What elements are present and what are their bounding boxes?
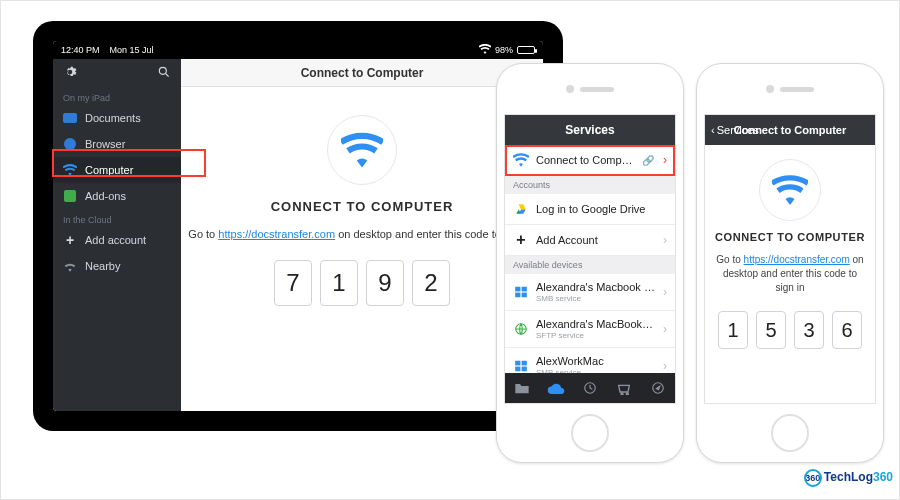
row-label: Alexandra's MacBook Pro ® SFTP service xyxy=(536,318,656,340)
phone-screen: ‹ Services Connect to Computer CONNECT T… xyxy=(704,114,876,404)
svg-rect-8 xyxy=(522,293,527,298)
home-button[interactable] xyxy=(771,414,809,452)
ipad-page-title: Connect to Computer xyxy=(181,59,543,87)
windows-icon xyxy=(513,284,529,300)
instr-prefix: Go to xyxy=(188,228,218,240)
sidebar-item-addons[interactable]: Add-ons xyxy=(53,183,181,209)
status-battery-pct: 98% xyxy=(495,45,513,55)
wifi-hero-icon xyxy=(327,115,397,185)
status-date: Mon 15 Jul xyxy=(110,45,154,55)
nav-bar: Services xyxy=(505,115,675,145)
phone-bezel xyxy=(497,64,683,114)
svg-rect-7 xyxy=(515,293,520,298)
code-digit: 1 xyxy=(320,260,358,306)
svg-point-0 xyxy=(159,67,166,74)
gear-icon[interactable] xyxy=(63,65,77,81)
nav-title: Services xyxy=(565,123,614,137)
wifi-hero-icon xyxy=(759,159,821,221)
sidebar-section-label: On my iPad xyxy=(53,87,181,105)
connect-heading: CONNECT TO COMPUTER xyxy=(271,199,454,214)
row-connect-to-computer[interactable]: Connect to Computer 🔗 › xyxy=(505,145,675,176)
home-button[interactable] xyxy=(571,414,609,452)
row-label: AlexWorkMac SMB service xyxy=(536,355,656,373)
svg-rect-13 xyxy=(522,367,527,372)
front-camera-icon xyxy=(566,85,574,93)
logo-text: 360 xyxy=(873,470,893,484)
back-button[interactable]: ‹ Services xyxy=(711,124,759,136)
wifi-icon xyxy=(63,163,77,177)
sidebar-item-label: Add account xyxy=(85,234,146,246)
link-icon: 🔗 xyxy=(642,155,654,166)
logo-text: TechLog xyxy=(824,470,873,484)
ipad-device: 12:40 PM Mon 15 Jul 98% xyxy=(33,21,563,431)
svg-point-16 xyxy=(626,393,628,395)
code-digit: 5 xyxy=(756,311,786,349)
status-time: 12:40 PM xyxy=(61,45,100,55)
row-device[interactable]: Alexandra's Macbook Pro ® SMB service › xyxy=(505,274,675,311)
svg-marker-3 xyxy=(519,204,526,209)
sidebar-item-label: Nearby xyxy=(85,260,120,272)
windows-icon xyxy=(513,358,529,373)
plus-icon: + xyxy=(63,233,77,247)
row-label: Add Account xyxy=(536,234,656,246)
tab-compass[interactable] xyxy=(641,373,675,403)
chevron-right-icon: › xyxy=(663,359,667,373)
row-google-drive[interactable]: Log in to Google Drive xyxy=(505,194,675,225)
wifi-icon xyxy=(513,152,529,168)
sidebar-item-label: Computer xyxy=(85,164,133,176)
tab-recents[interactable] xyxy=(573,373,607,403)
row-add-account[interactable]: + Add Account › xyxy=(505,225,675,256)
row-device[interactable]: AlexWorkMac SMB service › xyxy=(505,348,675,373)
svg-point-15 xyxy=(621,393,623,395)
chevron-right-icon: › xyxy=(663,285,667,299)
front-camera-icon xyxy=(766,85,774,93)
section-header: Accounts xyxy=(505,176,675,194)
row-device[interactable]: Alexandra's MacBook Pro ® SFTP service › xyxy=(505,311,675,348)
row-sublabel: SMB service xyxy=(536,368,656,373)
chevron-left-icon: ‹ xyxy=(711,124,715,136)
row-sublabel: SMB service xyxy=(536,294,656,303)
code-digit: 6 xyxy=(832,311,862,349)
phone-bezel xyxy=(697,64,883,114)
auth-code: 7 1 9 2 xyxy=(274,260,450,306)
sidebar-item-browser[interactable]: Browser xyxy=(53,131,181,157)
svg-rect-12 xyxy=(515,367,520,372)
back-label: Services xyxy=(717,124,759,136)
iphone-services: Services Connect to Computer 🔗 › Account… xyxy=(496,63,684,463)
row-label: Connect to Computer xyxy=(536,154,635,166)
search-icon[interactable] xyxy=(157,65,171,81)
speaker-icon xyxy=(580,87,614,92)
battery-icon xyxy=(517,46,535,54)
sidebar-item-documents[interactable]: Documents xyxy=(53,105,181,131)
sidebar-item-label: Add-ons xyxy=(85,190,126,202)
svg-rect-11 xyxy=(522,361,527,366)
chevron-right-icon: › xyxy=(663,233,667,247)
tab-cloud[interactable] xyxy=(539,373,573,403)
logo-circle-icon: 360 xyxy=(804,469,822,487)
ipad-sidebar: On my iPad Documents Browser Computer xyxy=(53,59,181,411)
connect-heading: CONNECT TO COMPUTER xyxy=(715,231,865,243)
ipad-main: Connect to Computer CONNECT TO COMPUTER … xyxy=(181,59,543,411)
addons-icon xyxy=(64,190,76,202)
ipad-status-bar: 12:40 PM Mon 15 Jul 98% xyxy=(53,41,543,59)
sidebar-item-addaccount[interactable]: + Add account xyxy=(53,227,181,253)
row-label: Log in to Google Drive xyxy=(536,203,667,215)
iphone-connect: ‹ Services Connect to Computer CONNECT T… xyxy=(696,63,884,463)
services-list: Connect to Computer 🔗 › Accounts Log in … xyxy=(505,145,675,373)
chevron-right-icon: › xyxy=(663,153,667,167)
tab-store[interactable] xyxy=(607,373,641,403)
sidebar-item-computer[interactable]: Computer xyxy=(53,157,181,183)
nav-bar: ‹ Services Connect to Computer xyxy=(705,115,875,145)
plus-icon: + xyxy=(513,232,529,248)
ipad-screen: 12:40 PM Mon 15 Jul 98% xyxy=(53,41,543,411)
docstransfer-link[interactable]: https://docstransfer.com xyxy=(218,228,335,240)
sidebar-item-nearby[interactable]: Nearby xyxy=(53,253,181,279)
docstransfer-link[interactable]: https://docstransfer.com xyxy=(744,254,850,265)
connect-instructions: Go to https://docstransfer.com on deskto… xyxy=(715,253,865,295)
code-digit: 9 xyxy=(366,260,404,306)
watermark-logo: 360TechLog360 xyxy=(804,469,893,487)
code-digit: 2 xyxy=(412,260,450,306)
tab-folder[interactable] xyxy=(505,373,539,403)
auth-code: 1 5 3 6 xyxy=(718,311,862,349)
wifi-icon xyxy=(479,44,491,56)
